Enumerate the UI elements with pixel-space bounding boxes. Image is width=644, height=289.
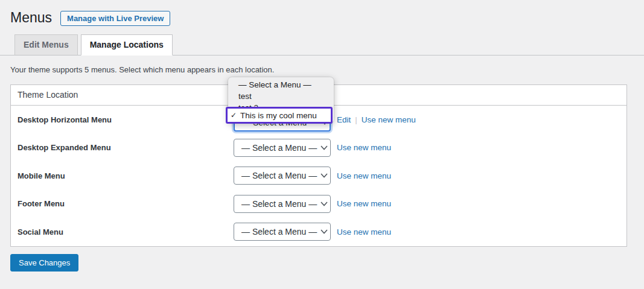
save-changes-button[interactable]: Save Changes xyxy=(10,254,78,272)
edit-link[interactable]: Edit xyxy=(337,115,351,124)
dropdown-selected-option-label: This is my cool menu xyxy=(240,111,317,120)
tab-edit-menus[interactable]: Edit Menus xyxy=(14,34,78,56)
page-header: Menus Manage with Live Preview xyxy=(0,0,644,27)
use-new-menu-link[interactable]: Use new menu xyxy=(337,171,391,180)
link-separator: | xyxy=(355,115,357,124)
chevron-down-icon xyxy=(320,229,328,234)
use-new-menu-link[interactable]: Use new menu xyxy=(362,115,416,124)
manage-live-preview-button[interactable]: Manage with Live Preview xyxy=(60,11,170,26)
location-label: Desktop Expanded Menu xyxy=(18,143,234,152)
table-row: Mobile Menu — Select a Menu — Use new me… xyxy=(11,162,626,190)
location-label: Desktop Horizontal Menu xyxy=(18,115,234,124)
location-label: Footer Menu xyxy=(18,199,234,208)
menu-select-value: — Select a Menu — xyxy=(241,227,317,237)
chevron-down-icon xyxy=(320,202,328,206)
use-new-menu-link[interactable]: Use new menu xyxy=(337,199,391,208)
location-label: Mobile Menu xyxy=(18,171,234,180)
dropdown-option[interactable]: test xyxy=(228,91,334,102)
theme-support-description: Your theme supports 5 menus. Select whic… xyxy=(10,65,644,74)
tab-bar: Edit Menus Manage Locations xyxy=(0,34,644,56)
menu-select[interactable]: — Select a Menu — xyxy=(234,223,331,241)
table-row: Footer Menu — Select a Menu — Use new me… xyxy=(11,190,626,218)
menu-select-value: — Select a Menu — xyxy=(241,143,317,153)
menu-select[interactable]: — Select a Menu — xyxy=(234,167,331,185)
dropdown-option[interactable]: — Select a Menu — xyxy=(228,79,334,91)
table-row: Social Menu — Select a Menu — Use new me… xyxy=(11,218,626,246)
checkmark-icon: ✓ xyxy=(231,111,237,119)
table-row: Desktop Expanded Menu — Select a Menu — … xyxy=(11,133,626,162)
menu-select[interactable]: — Select a Menu — xyxy=(234,139,331,157)
menu-select-value: — Select a Menu — xyxy=(241,171,317,180)
tab-manage-locations[interactable]: Manage Locations xyxy=(81,34,173,56)
use-new-menu-link[interactable]: Use new menu xyxy=(337,143,391,152)
dropdown-selected-option-highlighted[interactable]: ✓ This is my cool menu xyxy=(226,107,333,124)
page-title: Menus xyxy=(10,10,52,27)
chevron-down-icon xyxy=(320,173,328,178)
location-label: Social Menu xyxy=(18,227,234,237)
use-new-menu-link[interactable]: Use new menu xyxy=(337,227,391,237)
menu-select-value: — Select a Menu — xyxy=(241,199,317,209)
menu-select[interactable]: — Select a Menu — xyxy=(234,195,331,213)
chevron-down-icon xyxy=(320,145,328,150)
